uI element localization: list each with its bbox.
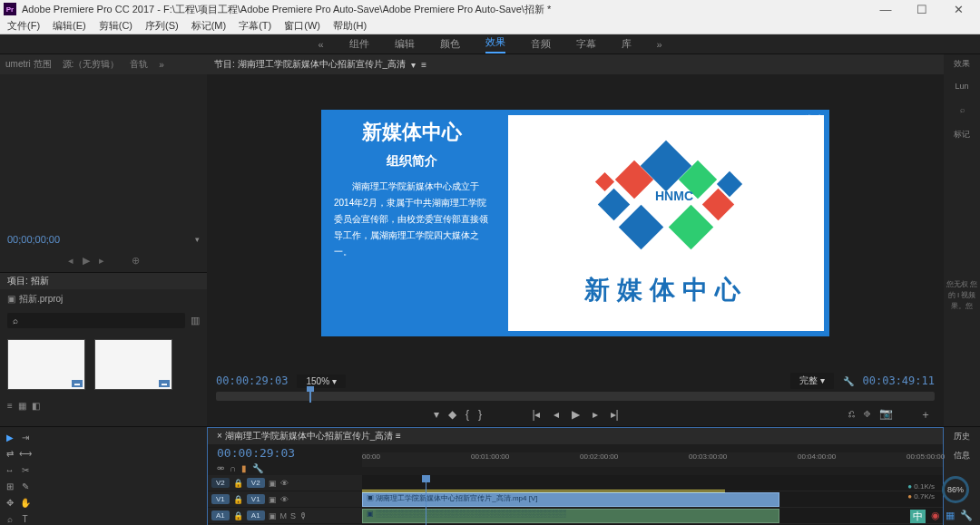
ws-libraries[interactable]: 库 xyxy=(622,37,632,51)
next-frame-icon[interactable]: ▸ xyxy=(593,408,598,421)
export-frame-icon[interactable]: 📷 xyxy=(879,407,893,423)
tray-icon-1[interactable]: ◉ xyxy=(931,510,940,523)
menu-edit[interactable]: 编辑(E) xyxy=(53,19,86,33)
extract-icon[interactable]: ⎆ xyxy=(864,407,870,423)
new-bin-icon[interactable]: ▥ xyxy=(191,315,200,326)
ws-effects[interactable]: 效果 xyxy=(485,35,505,53)
settings-icon[interactable]: 🔧 xyxy=(252,463,263,473)
source-tab[interactable]: 源:（无剪辑） xyxy=(63,58,120,71)
close-button[interactable]: ✕ xyxy=(940,3,976,16)
menu-help[interactable]: 帮助(H) xyxy=(333,19,367,33)
selection-tool-icon[interactable]: ▶ xyxy=(4,431,16,443)
link-icon[interactable]: ∩ xyxy=(230,463,236,473)
program-monitor[interactable]: 优酷 新媒体中心 组织简介 湖南理工学院新媒体中心成立于2014年2月，隶属于中… xyxy=(207,74,944,372)
tray-icon-2[interactable]: ▦ xyxy=(946,510,955,523)
snap-icon[interactable]: ⚮ xyxy=(217,463,224,473)
fit-select[interactable]: 完整 ▾ xyxy=(790,373,834,389)
tracks-area[interactable]: ▣ 湖南理工学院新媒体中心招新宣传片_高清.mp4 [V] ▣ ░░░░░░░░… xyxy=(362,475,943,525)
program-scrubber[interactable] xyxy=(216,392,935,401)
add-marker-icon[interactable]: { xyxy=(466,408,469,421)
mark-in-icon[interactable]: ▾ xyxy=(434,408,439,421)
track-v2[interactable] xyxy=(362,475,943,491)
slip-tool-icon[interactable]: ⊞ xyxy=(4,480,16,492)
track-select-tool-icon[interactable]: ⇥ xyxy=(19,431,32,443)
audio-clip-1[interactable]: ▣ ░░░░░░░░░░░░░░░░░░░░░░░░░░░░░░░░░░░░░ xyxy=(362,509,779,523)
menu-clip[interactable]: 剪辑(C) xyxy=(99,19,132,33)
project-file-row[interactable]: ▣ 招新.prproj xyxy=(0,289,207,309)
time-ruler[interactable]: 00:00 00:01:00:00 00:02:00:00 00:03:00:0… xyxy=(362,452,943,467)
timeline-playhead[interactable] xyxy=(426,475,426,525)
settings-icon[interactable]: 🔧 xyxy=(843,376,854,386)
type-tool-icon[interactable]: T xyxy=(19,512,32,525)
src-insert-icon[interactable]: ⊕ xyxy=(132,255,140,267)
goto-in-icon[interactable]: } xyxy=(478,408,482,421)
step-back-icon[interactable]: |◂ xyxy=(532,408,540,421)
track-v1[interactable]: ▣ 湖南理工学院新媒体中心招新宣传片_高清.mp4 [V] xyxy=(362,491,943,508)
button-editor-icon[interactable]: ＋ xyxy=(920,407,931,423)
prev-frame-icon[interactable]: ◂ xyxy=(554,408,559,421)
ws-audio[interactable]: 音频 xyxy=(531,37,551,51)
search-icon[interactable]: ⌕ xyxy=(960,105,965,122)
icon-view-icon[interactable]: ▦ xyxy=(18,401,26,411)
track-a1[interactable]: ▣ ░░░░░░░░░░░░░░░░░░░░░░░░░░░░░░░░░░░░░ xyxy=(362,508,943,524)
zoom-tool-icon[interactable]: ⌕ xyxy=(4,512,16,525)
search-input[interactable] xyxy=(7,313,185,328)
timeline-tab[interactable]: × 湖南理工学院新媒体中心招新宣传片_高清 ≡ xyxy=(208,428,943,444)
pen-tool-icon[interactable]: ✥ xyxy=(4,496,16,509)
info-tab[interactable]: 信息 xyxy=(944,446,980,465)
rolling-tool-icon[interactable]: ⟷ xyxy=(19,447,32,460)
program-tab[interactable]: 节目: 湖南理工学院新媒体中心招新宣传片_高清 ▾ ≡ xyxy=(207,54,944,74)
ws-prev-icon[interactable]: « xyxy=(318,39,323,50)
ws-next-icon[interactable]: » xyxy=(657,39,662,50)
menu-file[interactable]: 文件(F) xyxy=(7,19,40,33)
mark-out-icon[interactable]: ◆ xyxy=(448,408,456,421)
lumetri-scope-tab[interactable]: umetri 范围 xyxy=(5,58,52,71)
bin-thumb-2[interactable]: ▬ xyxy=(94,339,172,390)
bin-thumb-1[interactable]: ▬ xyxy=(7,339,85,390)
razor-tool-icon[interactable]: ✂ xyxy=(19,463,32,476)
ws-titles[interactable]: 字幕 xyxy=(576,37,596,51)
menu-marker[interactable]: 标记(M) xyxy=(191,19,227,33)
source-tab-2[interactable]: 音轨 xyxy=(130,58,148,71)
play-icon[interactable]: ▶ xyxy=(572,408,580,421)
maximize-button[interactable]: ☐ xyxy=(904,3,940,16)
source-overflow-icon[interactable]: » xyxy=(159,60,164,70)
playhead-icon[interactable] xyxy=(309,390,311,403)
slide-tool-icon[interactable]: ✎ xyxy=(19,480,32,492)
menu-title[interactable]: 字幕(T) xyxy=(239,19,271,33)
ws-editing[interactable]: 编辑 xyxy=(395,37,415,51)
lift-icon[interactable]: ⎌ xyxy=(848,407,855,423)
ws-color[interactable]: 颜色 xyxy=(440,37,460,51)
effects-tab[interactable]: 效果 xyxy=(954,58,970,74)
accelerator-widget[interactable]: 86% xyxy=(942,476,969,503)
program-tab-menu-icon[interactable]: ▾ xyxy=(411,60,416,70)
program-timecode[interactable]: 00:00:29:03 xyxy=(216,374,288,387)
track-v1-header[interactable]: V1🔒V1▣👁 xyxy=(208,491,362,508)
project-tab[interactable]: 项目: 招新 xyxy=(0,273,207,289)
zoom-select[interactable]: 150% ▾ xyxy=(297,374,345,388)
freeform-view-icon[interactable]: ◧ xyxy=(32,401,40,411)
marker-icon[interactable]: ▮ xyxy=(241,463,247,473)
source-fit-label[interactable]: ▾ xyxy=(195,235,200,244)
menu-window[interactable]: 窗口(W) xyxy=(284,19,320,33)
ime-icon[interactable]: 中 xyxy=(910,510,926,523)
ripple-tool-icon[interactable]: ⇄ xyxy=(4,447,16,460)
hand-tool-icon[interactable]: ✋ xyxy=(19,496,32,509)
track-v2-header[interactable]: V2🔒V2▣👁 xyxy=(208,475,362,491)
list-view-icon[interactable]: ≡ xyxy=(7,401,13,411)
menu-sequence[interactable]: 序列(S) xyxy=(145,19,179,33)
source-timecode[interactable]: 00;00;00;00 xyxy=(7,234,60,245)
src-play-icon[interactable]: ▶ xyxy=(83,255,90,267)
timeline-timecode[interactable]: 00:00:29:03 xyxy=(208,444,362,462)
src-mark-in-icon[interactable]: ◂ xyxy=(68,255,74,267)
step-fwd-icon[interactable]: ▸| xyxy=(611,408,619,421)
rate-tool-icon[interactable]: ↔ xyxy=(4,463,16,476)
src-mark-out-icon[interactable]: ▸ xyxy=(99,255,104,267)
markers-tab[interactable]: 标记 xyxy=(954,129,970,145)
track-a1-header[interactable]: A1🔒A1▣MS🎙 xyxy=(208,508,362,524)
tray-icon-3[interactable]: 🔧 xyxy=(960,510,973,523)
ws-assembly[interactable]: 组件 xyxy=(349,37,369,51)
video-clip[interactable]: ▣ 湖南理工学院新媒体中心招新宣传片_高清.mp4 [V] xyxy=(362,492,779,507)
lumetri-tab[interactable]: Lun xyxy=(955,82,968,98)
minimize-button[interactable]: — xyxy=(867,3,904,16)
